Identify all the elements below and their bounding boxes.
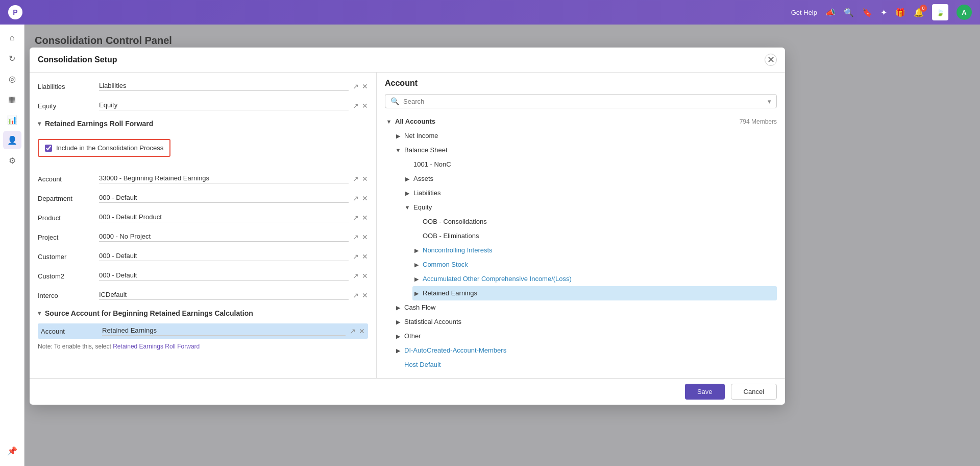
all-accounts-toggle-icon[interactable]: ▼ <box>385 118 393 126</box>
modal-footer: Save Cancel <box>30 378 785 405</box>
liabilities-row[interactable]: ▶ Liabilities <box>403 186 777 200</box>
other-row[interactable]: ▶ Other <box>394 329 777 343</box>
tree-item-common-stock: ▶ Common Stock <box>412 258 777 272</box>
other-toggle-icon[interactable]: ▶ <box>394 332 402 340</box>
aoci-toggle-icon[interactable]: ▶ <box>412 275 421 283</box>
form-row-customer: Customer 000 - Default ↗ ✕ <box>38 249 368 264</box>
host-default-row[interactable]: Host Default <box>394 358 777 372</box>
liabilities-external-link-icon[interactable]: ↗ <box>353 82 359 90</box>
interco-clear-icon[interactable]: ✕ <box>362 291 368 299</box>
customer-external-link-icon[interactable]: ↗ <box>353 252 359 261</box>
source-account-toggle[interactable]: ▾ <box>38 310 41 317</box>
form-row-equity: Equity Equity ↗ ✕ <box>38 98 368 113</box>
search-dropdown-arrow-icon[interactable]: ▾ <box>768 98 771 105</box>
bookmark-icon[interactable]: 🔖 <box>862 8 872 17</box>
statistical-accounts-row[interactable]: ▶ Statistical Accounts <box>394 315 777 329</box>
retained-earnings-toggle[interactable]: ▾ <box>38 120 41 127</box>
project-clear-icon[interactable]: ✕ <box>362 233 368 241</box>
custom2-clear-icon[interactable]: ✕ <box>362 272 368 280</box>
department-clear-icon[interactable]: ✕ <box>362 194 368 202</box>
liabilities-label: Liabilities <box>38 83 99 90</box>
source-account-external-link-icon[interactable]: ↗ <box>350 327 356 335</box>
oob-consolidations-row[interactable]: OOB - Consolidations <box>412 215 777 229</box>
department-label: Department <box>38 195 99 202</box>
project-value: 0000 - No Project <box>99 232 349 242</box>
all-accounts-row[interactable]: ▼ All Accounts 794 Members <box>385 114 777 129</box>
net-income-toggle-icon[interactable]: ▶ <box>394 132 402 140</box>
source-account-label: Account <box>41 328 102 335</box>
compass-icon[interactable]: ✦ <box>880 8 887 17</box>
custom2-label: Custom2 <box>38 272 99 280</box>
retained-earnings-row[interactable]: ▶ Retained Earnings <box>412 286 777 300</box>
get-help-link[interactable]: Get Help <box>791 9 817 16</box>
source-account-clear-icon[interactable]: ✕ <box>359 327 365 335</box>
sidebar-item-chart[interactable]: 📊 <box>3 110 21 129</box>
balance-sheet-row[interactable]: ▼ Balance Sheet <box>394 143 777 157</box>
liabilities-value: Liabilities <box>99 82 349 91</box>
common-stock-row[interactable]: ▶ Common Stock <box>412 258 777 272</box>
department-external-link-icon[interactable]: ↗ <box>353 194 359 202</box>
liabilities-actions: ↗ ✕ <box>353 82 368 90</box>
account-search-box[interactable]: 🔍 ▾ <box>385 94 777 108</box>
statistical-accounts-toggle-icon[interactable]: ▶ <box>394 318 402 326</box>
left-sidebar: ⌂ ↻ ◎ ▦ 📊 👤 ⚙ 📌 <box>0 25 24 466</box>
retained-earnings-section-header: ▾ Retained Earnings Roll Forward <box>38 120 368 128</box>
interco-external-link-icon[interactable]: ↗ <box>353 291 359 299</box>
app-logo[interactable]: P <box>8 5 22 19</box>
source-account-actions: ↗ ✕ <box>350 327 365 335</box>
equity-row[interactable]: ▼ Equity <box>403 200 777 215</box>
noncontrolling-toggle-icon[interactable]: ▶ <box>412 246 421 254</box>
custom2-external-link-icon[interactable]: ↗ <box>353 272 359 280</box>
retained-earnings-toggle-icon[interactable]: ▶ <box>412 289 421 297</box>
modal-close-button[interactable]: ✕ <box>765 54 777 66</box>
net-income-row[interactable]: ▶ Net Income <box>394 129 777 143</box>
sidebar-item-settings[interactable]: ⚙ <box>3 151 21 170</box>
include-consolidation-checkbox[interactable] <box>45 145 52 152</box>
account-clear-icon[interactable]: ✕ <box>362 175 368 183</box>
equity-clear-icon[interactable]: ✕ <box>362 102 368 110</box>
sidebar-item-grid[interactable]: ▦ <box>3 90 21 108</box>
assets-row[interactable]: ▶ Assets <box>403 172 777 186</box>
customer-clear-icon[interactable]: ✕ <box>362 252 368 261</box>
include-consolidation-label[interactable]: Include in the Consolidation Process <box>38 139 170 157</box>
liabilities-clear-icon[interactable]: ✕ <box>362 82 368 90</box>
oob-eliminations-row[interactable]: OOB - Eliminations <box>412 229 777 243</box>
notification-icon[interactable]: 🔔 8 <box>914 8 924 17</box>
cash-flow-toggle-icon[interactable]: ▶ <box>394 304 402 312</box>
common-stock-toggle-icon[interactable]: ▶ <box>412 261 421 269</box>
source-account-section-title: Source Account for Beginning Retained Ea… <box>45 309 253 317</box>
search-icon[interactable]: 🔍 <box>844 8 854 17</box>
form-row-custom2: Custom2 000 - Default ↗ ✕ <box>38 268 368 284</box>
product-clear-icon[interactable]: ✕ <box>362 214 368 222</box>
cancel-button[interactable]: Cancel <box>731 384 777 400</box>
equity-toggle-icon[interactable]: ▼ <box>403 203 411 212</box>
sidebar-item-home[interactable]: ⌂ <box>3 29 21 47</box>
assets-toggle-icon[interactable]: ▶ <box>403 175 411 183</box>
di-autocreated-toggle-icon[interactable]: ▶ <box>394 346 402 355</box>
di-autocreated-row[interactable]: ▶ DI-AutoCreated-Account-Members <box>394 343 777 358</box>
save-button[interactable]: Save <box>685 384 725 400</box>
account-external-link-icon[interactable]: ↗ <box>353 175 359 183</box>
1001-nonc-row[interactable]: 1001 - NonC <box>403 157 777 172</box>
sidebar-item-target[interactable]: ◎ <box>3 69 21 88</box>
project-external-link-icon[interactable]: ↗ <box>353 233 359 241</box>
product-external-link-icon[interactable]: ↗ <box>353 214 359 222</box>
1001-nonc-label: 1001 - NonC <box>413 158 451 171</box>
cash-flow-row[interactable]: ▶ Cash Flow <box>394 300 777 315</box>
equity-external-link-icon[interactable]: ↗ <box>353 102 359 110</box>
tree-item-other: ▶ Other <box>394 329 777 343</box>
1001-nonc-spacer <box>403 160 411 169</box>
top-navbar: P Get Help 📣 🔍 🔖 ✦ 🎁 🔔 8 🍃 A <box>0 0 980 25</box>
account-search-input[interactable] <box>403 98 764 105</box>
megaphone-icon[interactable]: 📣 <box>825 8 836 17</box>
sidebar-item-person[interactable]: 👤 <box>3 131 21 149</box>
tree-item-aoci: ▶ Accumulated Other Comprehensive Income… <box>412 272 777 286</box>
sidebar-item-pin[interactable]: 📌 <box>3 441 21 460</box>
aoci-row[interactable]: ▶ Accumulated Other Comprehensive Income… <box>412 272 777 286</box>
noncontrolling-row[interactable]: ▶ Noncontrolling Interests <box>412 243 777 258</box>
gift-icon[interactable]: 🎁 <box>895 8 905 17</box>
user-avatar[interactable]: A <box>957 5 972 20</box>
liabilities-toggle-icon[interactable]: ▶ <box>403 189 411 197</box>
balance-sheet-toggle-icon[interactable]: ▼ <box>394 146 402 154</box>
sidebar-item-refresh[interactable]: ↻ <box>3 49 21 67</box>
